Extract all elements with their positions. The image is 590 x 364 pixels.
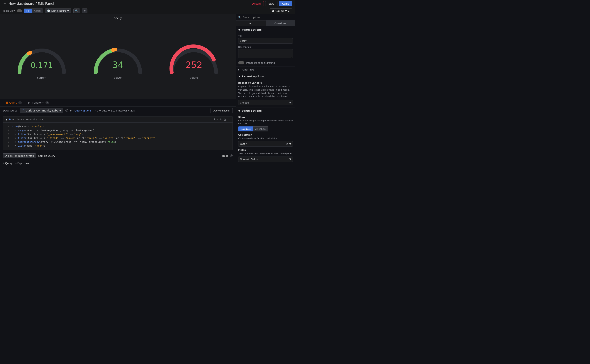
fields-desc: Select the fields that should be include… <box>238 152 293 155</box>
tab-transform[interactable]: ☍ Transform 0 <box>25 99 52 106</box>
add-expression-button[interactable]: + Expression <box>15 162 30 165</box>
query-copy-icon[interactable]: ⎓ <box>217 118 218 121</box>
repeat-options-body: Repeat by variable Repeat this panel for… <box>236 80 295 107</box>
discard-button[interactable]: Discard <box>249 1 264 6</box>
repeat-options-title: Repeat options <box>242 75 264 78</box>
show-desc: Calculate a single value per column or s… <box>238 119 293 125</box>
query-item-header: ▼ A (Curious Community Labs) ? ⎓ 👁 🗑 ⋮ <box>3 117 233 123</box>
calc-actions: ✕ ▼ <box>286 143 291 145</box>
datasource-select[interactable]: ◯ Curious Community Labs ▼ <box>20 108 63 113</box>
fields-select[interactable]: Numeric Fields ▼ <box>238 156 293 162</box>
description-textarea[interactable] <box>238 49 293 58</box>
actual-button[interactable]: Actual <box>32 9 43 13</box>
save-button[interactable]: Save <box>265 1 277 6</box>
calc-select[interactable]: Last * ✕ ▼ <box>238 141 293 147</box>
query-inspector-button[interactable]: Query inspector <box>211 108 233 113</box>
calc-clear-icon[interactable]: ✕ <box>286 143 288 145</box>
repeat-variable-select[interactable]: Choose ▼ <box>238 100 293 105</box>
calc-desc: Choose a reducer function / calculation <box>238 137 293 140</box>
header-right: Discard Save Apply <box>249 1 292 6</box>
search-input[interactable] <box>243 16 293 19</box>
clock-icon: 🕐 <box>47 9 50 12</box>
query-options-link[interactable]: Query options <box>74 109 92 112</box>
fill-actual-group: Fill Actual <box>24 8 43 13</box>
info-icon[interactable]: ⓘ <box>65 109 68 112</box>
title-input[interactable] <box>238 38 293 44</box>
transform-icon: ☍ <box>28 101 30 104</box>
chart-title: Shelly <box>114 17 122 20</box>
repeat-description: Repeat this panel for each value in the … <box>238 85 293 98</box>
gauges-container: 0.171 current 34 <box>0 21 236 99</box>
transparent-toggle[interactable] <box>238 61 244 65</box>
query-datasource: (Curious Community Labs) <box>12 118 44 121</box>
sample-query-link[interactable]: Sample Query <box>38 155 55 157</box>
panel-options-body: Title Description Transparent background <box>236 33 295 66</box>
query-delete-icon[interactable]: 🗑 <box>224 118 226 121</box>
toolbar-left: Table view Fill Actual 🕐 Last 6 hours ▼ … <box>3 8 87 13</box>
chevron-down-icon: ▼ <box>289 158 291 161</box>
query-icon: ☷ <box>6 101 8 104</box>
chevron-down-icon: ▼ <box>59 109 61 112</box>
gauge-label-power: power <box>114 76 122 79</box>
query-drag-icon[interactable]: ⋮ <box>228 118 230 121</box>
tab-all[interactable]: All <box>236 20 266 26</box>
tab-overrides[interactable]: Overrides <box>266 20 295 26</box>
panel-links-section[interactable]: ► Panel links <box>236 66 295 73</box>
panel-links-label: Panel links <box>241 68 254 71</box>
gauge-svg-power: 34 <box>90 41 146 78</box>
arrow-icon: ► <box>70 109 72 112</box>
back-button[interactable]: ← <box>3 2 6 6</box>
repeat-options-header[interactable]: ▼ Repeat options <box>236 73 295 80</box>
zoom-button[interactable]: 🔍 <box>73 8 80 13</box>
value-options-body: Show Calculate a single value per column… <box>236 114 295 166</box>
right-panel-tabs: All Overrides <box>236 20 295 26</box>
value-options-section: ▼ Value options Show Calculate a single … <box>236 107 295 166</box>
transform-badge: 0 <box>46 101 49 104</box>
help-button[interactable]: Help <box>222 154 228 157</box>
external-link-icon: ↗ <box>5 155 7 157</box>
chevron-right-icon: ► <box>238 68 240 71</box>
chevron-down-icon: ▼ <box>67 9 69 12</box>
calc-field-row: Calculation Choose a reducer function / … <box>238 134 293 147</box>
svg-text:0.171: 0.171 <box>31 61 53 70</box>
fields-value: Numeric Fields <box>240 158 258 161</box>
code-line-6: 6 |> yield(name: "mean") <box>6 144 230 148</box>
value-options-header[interactable]: ▼ Value options <box>236 107 295 114</box>
time-label: Last 6 hours <box>51 9 66 12</box>
panel-type-selector[interactable]: ◕ Gauge ▼ ► <box>270 8 292 13</box>
panel-options-header[interactable]: ▼ Panel options <box>236 26 295 33</box>
all-values-button[interactable]: All values <box>253 126 268 131</box>
repeat-options-section: ▼ Repeat options Repeat by variable Repe… <box>236 73 295 107</box>
help-info-icon[interactable]: ⓘ <box>230 154 233 157</box>
query-item-a: ▼ A (Curious Community Labs) ? ⎓ 👁 🗑 ⋮ 1… <box>3 116 233 150</box>
flux-link[interactable]: ↗ Flux language syntax <box>3 153 36 158</box>
repeat-label: Repeat by variable <box>238 82 293 84</box>
time-picker[interactable]: 🕐 Last 6 hours ▼ <box>45 8 71 13</box>
query-meta: MD = auto = 1174 Interval = 20s <box>94 109 135 112</box>
refresh-button[interactable]: ↻ <box>82 8 87 13</box>
code-line-2: 2 |> range(start: v.timeRangeStart, stop… <box>6 129 230 133</box>
collapse-icon[interactable]: ▼ <box>5 118 7 121</box>
page-title: New dashboard / Edit Panel <box>8 2 54 6</box>
calculate-button[interactable]: Calculate <box>238 126 253 131</box>
query-eye-icon[interactable]: 👁 <box>220 118 222 121</box>
table-view-toggle[interactable]: Table view <box>3 9 22 12</box>
header: ← New dashboard / Edit Panel Discard Sav… <box>0 0 295 7</box>
query-help-icon[interactable]: ? <box>214 118 215 121</box>
fields-field-row: Fields Select the fields that should be … <box>238 149 293 162</box>
tab-query[interactable]: ☷ Query 1 <box>3 99 25 106</box>
code-line-4: 4 |> filter(fn: (r) => r["_field"] == "p… <box>6 136 230 140</box>
gauge-label-current: current <box>37 76 47 79</box>
svg-text:252: 252 <box>185 60 202 70</box>
datasource-icon: ◯ <box>22 109 25 112</box>
query-tabs: ☷ Query 1 ☍ Transform 0 <box>0 99 236 106</box>
description-field-row: Description <box>238 46 293 59</box>
add-query-button[interactable]: + Query <box>3 162 12 165</box>
table-view-switch[interactable] <box>17 9 22 12</box>
query-footer: ↗ Flux language syntax Sample Query Help… <box>0 152 236 160</box>
title-field-row: Title <box>238 35 293 44</box>
gauge-power: 34 power <box>80 41 156 79</box>
query-code-editor[interactable]: 1from(bucket: "shelly") 2 |> range(start… <box>3 123 233 150</box>
apply-button[interactable]: Apply <box>279 1 292 6</box>
fill-button[interactable]: Fill <box>24 9 32 13</box>
